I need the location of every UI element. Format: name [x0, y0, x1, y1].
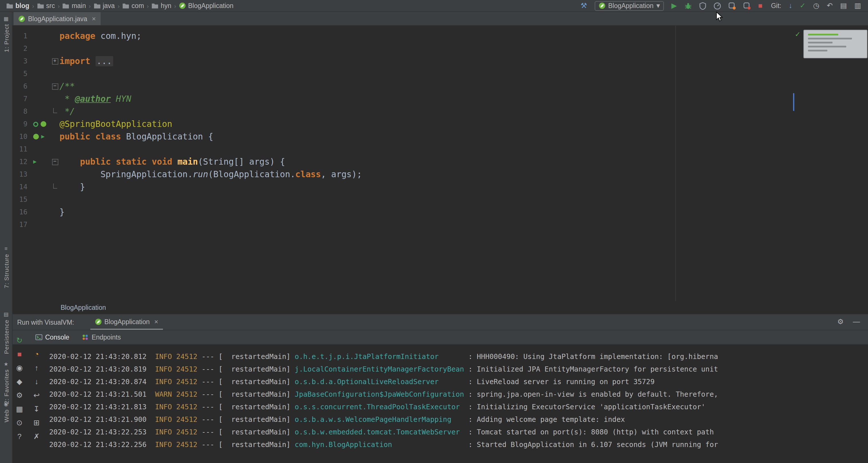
build-icon[interactable]: ⚒ [581, 2, 587, 9]
line-number[interactable]: 12 [12, 156, 27, 168]
breadcrumb-separator: › [89, 3, 91, 9]
soft-wrap-icon[interactable]: ↩ [32, 391, 41, 400]
spring-bean-icon[interactable] [40, 121, 46, 127]
down-stack-icon[interactable]: ↓ [32, 377, 41, 386]
line-number[interactable]: 10 [12, 130, 27, 143]
spring-bean-icon[interactable] [33, 134, 39, 139]
line-number[interactable]: 11 [12, 143, 27, 156]
run-button[interactable]: ▶ [671, 2, 677, 9]
code-text: import ... [59, 55, 113, 67]
line-number[interactable]: 15 [12, 193, 27, 206]
rerun-icon[interactable]: ↻ [15, 336, 24, 345]
profiler-button[interactable] [714, 2, 721, 9]
view-tab-label: Console [45, 334, 69, 341]
line-number[interactable]: 9 [12, 118, 27, 130]
breadcrumb-item[interactable]: src [35, 2, 57, 10]
gear-icon[interactable]: ⚙ [837, 319, 844, 326]
thread-dump-icon[interactable]: ◉ [15, 364, 24, 372]
breadcrumb-item[interactable]: BlogApplication [177, 2, 235, 10]
minimize-icon[interactable]: — [853, 319, 860, 326]
editor-line: 11 [12, 143, 868, 156]
git-rollback-icon[interactable]: ↶ [827, 2, 833, 9]
line-number[interactable]: 1 [12, 30, 27, 42]
breadcrumb-item[interactable]: com [121, 2, 146, 10]
persistence-icon: ▤ [3, 312, 8, 317]
run-line-icon[interactable]: ▶ [33, 159, 37, 165]
editor-tab[interactable]: BlogApplication.java × [14, 12, 100, 25]
pin-icon[interactable]: ⊙ [15, 419, 24, 427]
restore-layout-icon[interactable]: ▦ [15, 405, 24, 413]
line-number[interactable]: 16 [12, 206, 27, 218]
bean-icon[interactable] [33, 122, 38, 127]
breadcrumb-separator: › [147, 3, 149, 9]
fold-marker[interactable] [50, 156, 59, 168]
breadcrumb-item[interactable]: main [61, 2, 88, 10]
git-update-icon[interactable]: ↓ [788, 2, 792, 9]
tool-button-web[interactable]: ◉Web [0, 402, 12, 422]
tool-button-structure[interactable]: ≡7: Structure [0, 246, 12, 288]
scroll-to-end-icon[interactable]: ↧ [32, 405, 41, 413]
window-layout-icon[interactable]: ▤ [840, 2, 847, 9]
line-number[interactable]: 13 [12, 168, 27, 180]
coverage-button[interactable] [699, 2, 706, 9]
navigation-bar: blog›src›main›java›com›hyn›BlogApplicati… [0, 2, 235, 10]
up-stack-icon[interactable]: ↑ [32, 364, 41, 372]
breadcrumb-class[interactable]: BlogApplication [61, 304, 106, 311]
log-line: 2020-02-12 21:43:22.256 INFO 24512 --- [… [49, 438, 868, 451]
tool-button-label: 1: Project [3, 24, 9, 52]
line-number[interactable]: 17 [12, 218, 27, 231]
print-icon[interactable]: ⊞ [32, 419, 41, 427]
settings-icon[interactable]: ⚙ [15, 391, 24, 400]
console-output[interactable]: 2020-02-12 21:43:20.812 INFO 24512 --- [… [49, 345, 868, 463]
line-number[interactable]: 6 [12, 80, 27, 93]
run-with-profiler-icon[interactable] [728, 2, 736, 9]
tool-button-project[interactable]: ▦1: Project [0, 16, 12, 52]
fold-marker [50, 42, 59, 55]
editor-line: 16} [12, 206, 868, 218]
hide-panels-icon[interactable]: ▥ [854, 2, 861, 9]
stop-button[interactable]: ■ [758, 2, 763, 9]
fold-marker[interactable] [50, 80, 59, 93]
breadcrumb-item[interactable]: blog [5, 2, 31, 10]
run-line-icon[interactable]: ▶ [41, 134, 44, 139]
line-number[interactable]: 14 [12, 180, 27, 193]
fold-marker[interactable] [50, 180, 59, 193]
run-with-visualvm-icon[interactable] [743, 2, 751, 9]
view-tab-console[interactable]: Console [35, 334, 69, 341]
run-config-selector[interactable]: BlogApplication ▾ [594, 1, 664, 10]
line-number[interactable]: 8 [12, 105, 27, 118]
gutter-icons [27, 180, 50, 193]
line-number[interactable]: 5 [12, 67, 27, 80]
stop-icon[interactable]: ■ [15, 350, 24, 358]
help-icon[interactable]: ? [15, 432, 24, 441]
debug-button[interactable] [684, 2, 692, 9]
view-tab-label: Endpoints [92, 334, 121, 341]
git-commit-icon[interactable]: ✓ [800, 2, 806, 9]
line-number[interactable]: 2 [12, 42, 27, 55]
tool-button-favorites[interactable]: ★2: Favorites [0, 362, 12, 404]
log-line: 2020-02-12 21:43:21.501 WARN 24512 --- [… [49, 388, 868, 401]
fold-marker[interactable] [50, 55, 59, 67]
breadcrumb-item[interactable]: hyn [150, 2, 173, 10]
fold-marker[interactable] [50, 105, 59, 118]
close-icon[interactable]: × [154, 318, 158, 326]
preview-line [808, 42, 833, 43]
editor-code-area[interactable]: 1package com.hyn;23import ...56/**7 * @a… [12, 30, 868, 231]
run-tab[interactable]: BlogApplication × [90, 315, 163, 330]
breadcrumb-separator: › [174, 3, 176, 9]
git-history-icon[interactable]: ◷ [813, 2, 819, 9]
tool-button-persistence[interactable]: ▤Persistence [0, 312, 12, 354]
console-icon [35, 334, 42, 341]
editor-line: 15 [12, 193, 868, 206]
folder-icon [37, 3, 44, 9]
heap-dump-icon[interactable]: ◆ [15, 377, 24, 386]
line-number[interactable]: 7 [12, 93, 27, 105]
visualvm-icon[interactable]: ◔ [32, 350, 41, 358]
line-number[interactable]: 3 [12, 55, 27, 67]
breadcrumb-item[interactable]: java [92, 2, 116, 10]
clear-all-icon[interactable]: ✗ [32, 432, 41, 441]
editor-pane[interactable]: 1package com.hyn;23import ...56/**7 * @a… [12, 26, 868, 301]
view-tab-endpoints[interactable]: Endpoints [82, 334, 121, 341]
inspections-ok-icon[interactable]: ✓ [795, 30, 801, 38]
close-icon[interactable]: × [92, 14, 96, 23]
